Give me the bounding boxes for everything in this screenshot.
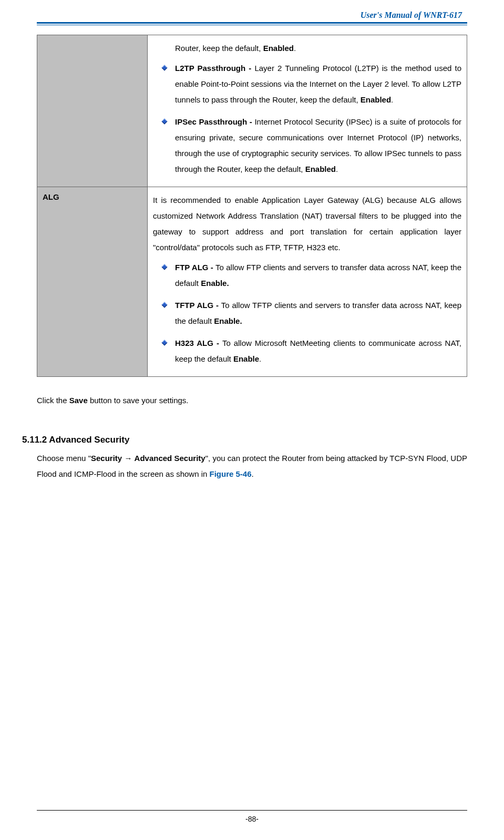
item-bold: Enable. <box>214 316 242 325</box>
feature-table: Router, keep the default, Enabled. L2TP … <box>37 35 467 377</box>
text-span: Click the <box>37 396 69 405</box>
nav-bold: Security <box>91 454 122 463</box>
bullet-list: FTP ALG - To allow FTP clients and serve… <box>153 260 461 367</box>
nav-arrow: → <box>122 454 134 463</box>
table-row: ALG It is recommended to enable Applicat… <box>37 187 467 377</box>
page-number: -88- <box>0 815 504 823</box>
header-title: User's Manual of WNRT-617 <box>37 11 467 22</box>
row-content: It is recommended to enable Application … <box>148 187 467 377</box>
row-content: Router, keep the default, Enabled. L2TP … <box>148 35 467 187</box>
intro-bold: Enabled <box>263 44 294 53</box>
text-bold: Save <box>69 396 88 405</box>
intro-period: . <box>294 44 296 53</box>
table-row: Router, keep the default, Enabled. L2TP … <box>37 35 467 187</box>
list-item: L2TP Passthrough - Layer 2 Tunneling Pro… <box>162 60 461 108</box>
list-item: TFTP ALG - To allow TFTP clients and ser… <box>162 298 461 329</box>
after-table-text: Click the Save button to save your setti… <box>37 393 467 408</box>
subsection-text: Choose menu "Security → Advanced Securit… <box>37 450 467 482</box>
row-intro: It is recommended to enable Application … <box>153 192 461 255</box>
list-item: FTP ALG - To allow FTP clients and serve… <box>162 260 461 291</box>
nav-bold: Advanced Security <box>135 454 205 463</box>
item-bold: Enable <box>233 354 259 363</box>
item-tail: . <box>336 165 338 173</box>
row-label <box>37 35 148 187</box>
list-item: IPSec Passthrough - Internet Protocol Se… <box>162 114 461 177</box>
item-title: TFTP ALG - <box>175 301 221 310</box>
header-rule <box>37 22 467 25</box>
footer-rule <box>37 810 467 811</box>
bullet-list: L2TP Passthrough - Layer 2 Tunneling Pro… <box>153 60 461 177</box>
item-bold: Enable. <box>201 279 229 288</box>
item-bold: Enabled <box>361 95 391 104</box>
list-item: H323 ALG - To allow Microsoft NetMeeting… <box>162 335 461 367</box>
text-span: . <box>252 469 254 478</box>
item-title: IPSec Passthrough - <box>175 117 254 126</box>
row-label: ALG <box>37 187 148 377</box>
intro-tail: Router, keep the default, <box>175 44 263 53</box>
item-title: FTP ALG - <box>175 263 215 272</box>
subsection-heading: 5.11.2 Advanced Security <box>22 435 467 445</box>
item-title: H323 ALG - <box>175 339 222 347</box>
text-span: button to save your settings. <box>88 396 189 405</box>
text-span: Choose menu " <box>37 454 91 463</box>
item-tail: . <box>259 354 261 363</box>
item-title: L2TP Passthrough - <box>175 64 254 73</box>
item-tail: . <box>391 95 393 104</box>
figure-ref: Figure 5-46 <box>210 469 252 478</box>
item-bold: Enabled <box>305 165 336 173</box>
